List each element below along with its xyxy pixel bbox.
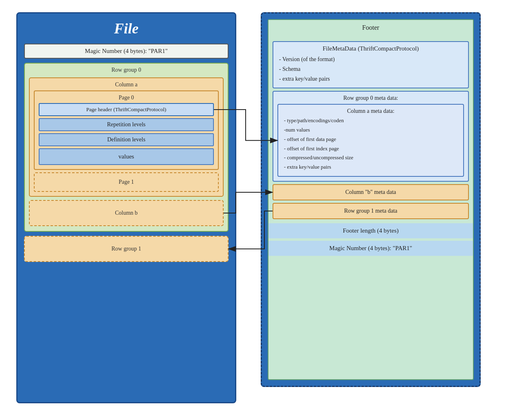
file-meta-items: - Version (of the format) - Schema - ext…: [279, 55, 462, 84]
file-box: File Magic Number (4 bytes): "PAR1" Row …: [16, 12, 236, 403]
row-group-1-meta-bar: Row group 1 meta data: [273, 203, 469, 219]
footer-length-bar: Footer length (4 bytes): [268, 223, 473, 238]
file-meta-item-1: - Schema: [279, 64, 462, 74]
file-meta-box: FileMetaData (ThriftCompactProtocol) - V…: [273, 41, 469, 88]
footer-inner: Footer FileMetaData (ThriftCompactProtoc…: [268, 19, 474, 380]
column-b-meta-bar: Column "b" meta data: [273, 184, 469, 200]
row-group-0-box: Row group 0 Column a Page 0 Page header …: [24, 63, 229, 232]
footer-magic-number: Magic Number (4 bytes): "PAR1": [268, 241, 473, 256]
column-a-meta-title: Column a meta data:: [284, 108, 457, 114]
row-group-1-box: Row group 1: [24, 236, 229, 262]
footer-outer: Footer FileMetaData (ThriftCompactProtoc…: [261, 12, 481, 387]
column-a-meta-inner: Column a meta data: - type/path/encoding…: [277, 104, 464, 177]
row-group-0-meta-title: Row group 0 meta data:: [277, 95, 464, 101]
values-bar: values: [39, 148, 214, 165]
page-1-box: Page 1: [34, 172, 219, 192]
col-meta-item-0: - type/path/encodings/coden: [284, 116, 457, 125]
col-meta-item-3: - offset of first index page: [284, 144, 457, 154]
col-meta-item-4: - compressed/uncompressed size: [284, 153, 457, 163]
column-a-box: Column a Page 0 Page header (ThriftCompa…: [29, 77, 224, 197]
file-title: File: [24, 20, 229, 37]
file-meta-item-2: - extra key/value pairs: [279, 74, 462, 84]
magic-number-top: Magic Number (4 bytes): "PAR1": [24, 44, 229, 59]
diagram-container: File Magic Number (4 bytes): "PAR1" Row …: [0, 0, 508, 420]
file-meta-title: FileMetaData (ThriftCompactProtocol): [279, 45, 462, 52]
col-meta-item-2: - offset of first data page: [284, 135, 457, 144]
page-0-box: Page 0 Page header (ThriftCompactProtoco…: [34, 90, 219, 170]
repetition-levels-bar: Repetition levels: [39, 118, 214, 131]
row-group-0-label: Row group 0: [29, 67, 224, 73]
col-meta-item-5: - extra key/value pairs: [284, 163, 457, 172]
footer-title: Footer: [268, 20, 473, 35]
column-a-meta-items: - type/path/encodings/coden -num values …: [284, 116, 457, 172]
column-a-label: Column a: [34, 81, 219, 88]
definition-levels-bar: Definition levels: [39, 133, 214, 146]
page-0-label: Page 0: [39, 95, 214, 101]
row-group-0-meta-section: Row group 0 meta data: Column a meta dat…: [273, 91, 469, 182]
col-meta-item-1: -num values: [284, 125, 457, 135]
file-meta-item-0: - Version (of the format): [279, 55, 462, 64]
page-header-bar: Page header (ThriftCompactProtocol): [39, 103, 214, 116]
column-b-box: Column b: [29, 200, 224, 226]
